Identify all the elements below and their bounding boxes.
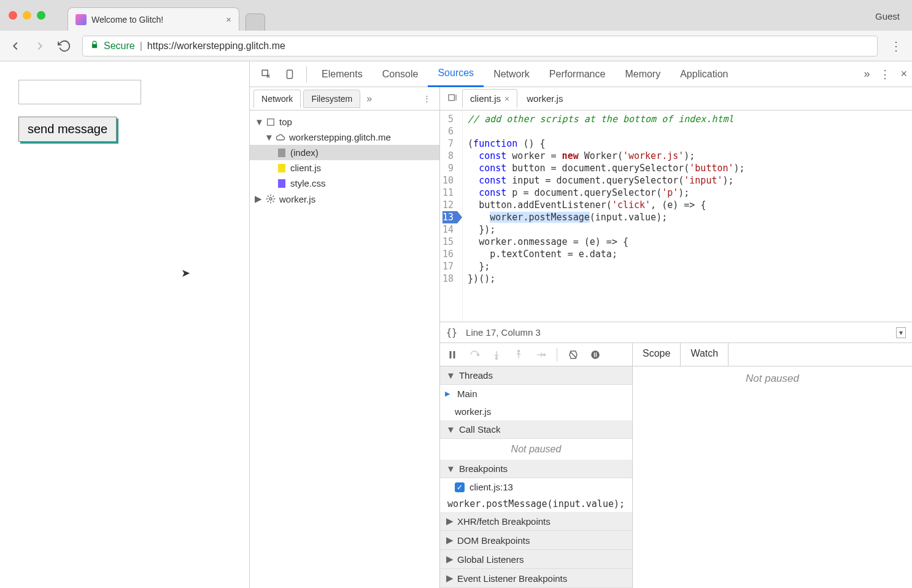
tree-file-stylecss[interactable]: style.css	[250, 176, 439, 191]
pause-button[interactable]	[446, 349, 458, 361]
browser-menu-icon[interactable]: ⋮	[889, 39, 903, 53]
url-separator: |	[140, 41, 142, 52]
svg-rect-5	[450, 351, 452, 358]
tree-label: style.css	[290, 178, 326, 188]
tab-memory[interactable]: Memory	[615, 61, 670, 87]
step-out-button[interactable]	[512, 349, 525, 361]
file-nav-icon[interactable]	[444, 93, 461, 104]
file-tree: ▼ top ▼ workerstepping.glitch.me (index)	[250, 110, 439, 588]
open-files-bar: client.js × worker.js	[440, 87, 912, 110]
editor-status-bar: {} Line 17, Column 3 ▾	[440, 322, 912, 342]
tab-console[interactable]: Console	[373, 61, 428, 87]
step-button[interactable]	[535, 349, 547, 361]
forward-button[interactable]	[33, 39, 47, 53]
tab-performance[interactable]: Performance	[539, 61, 616, 87]
svg-rect-13	[596, 352, 597, 357]
browser-tab[interactable]: Welcome to Glitch! ×	[68, 7, 239, 31]
tab-sources[interactable]: Sources	[428, 61, 484, 87]
tree-file-clientjs[interactable]: client.js	[250, 160, 439, 176]
tree-top[interactable]: ▼ top	[250, 114, 439, 130]
scope-not-paused: Not paused	[633, 366, 912, 588]
checkbox-icon[interactable]: ✓	[455, 482, 465, 492]
dom-breakpoints-section[interactable]: ▶DOM Breakpoints	[440, 531, 632, 550]
subtab-menu-icon[interactable]: ⋮	[418, 94, 436, 103]
section-label: Global Listeners	[457, 554, 524, 565]
message-input[interactable]	[18, 80, 141, 104]
threads-section[interactable]: ▼Threads	[440, 366, 632, 385]
file-tab-clientjs[interactable]: client.js ×	[462, 89, 517, 108]
devtools-tabbar: Elements Console Sources Network Perform…	[250, 61, 912, 87]
inspect-element-icon[interactable]	[257, 65, 276, 83]
scope-tab[interactable]: Scope	[633, 343, 681, 366]
svg-point-3	[269, 198, 272, 200]
devtools-menu-icon[interactable]: ⋮	[879, 68, 891, 81]
tree-label: top	[279, 117, 292, 127]
close-devtools-icon[interactable]: ×	[900, 68, 907, 80]
callstack-section[interactable]: ▼Call Stack	[440, 420, 632, 439]
reload-button[interactable]	[58, 39, 71, 53]
svg-point-9	[518, 350, 520, 352]
breakpoint-label: client.js:13	[470, 482, 513, 492]
tree-label: worker.js	[279, 194, 315, 204]
cloud-icon	[276, 133, 285, 142]
document-icon	[277, 148, 287, 158]
subtab-filesystem[interactable]: Filesystem	[303, 90, 360, 108]
tab-title: Welcome to Glitch!	[91, 15, 221, 25]
new-tab-button[interactable]	[245, 14, 265, 31]
minimize-window-button[interactable]	[23, 11, 31, 20]
thread-worker[interactable]: worker.js	[440, 403, 632, 420]
nav-bar: Secure | https://workerstepping.glitch.m…	[0, 31, 912, 61]
favicon	[75, 14, 87, 25]
tree-label: (index)	[290, 147, 319, 158]
cursor-icon: ➤	[181, 266, 190, 280]
pause-on-exceptions-button[interactable]	[589, 349, 601, 361]
global-listeners-section[interactable]: ▶Global Listeners	[440, 550, 632, 569]
address-bar[interactable]: Secure | https://workerstepping.glitch.m…	[82, 36, 878, 56]
devtools: Elements Console Sources Network Perform…	[250, 61, 912, 588]
tab-elements[interactable]: Elements	[312, 61, 373, 87]
more-tabs-icon[interactable]: »	[864, 68, 870, 80]
step-into-button[interactable]	[490, 349, 503, 361]
deactivate-breakpoints-button[interactable]	[567, 349, 579, 361]
tab-network[interactable]: Network	[484, 61, 539, 87]
device-toggle-icon[interactable]	[280, 65, 299, 83]
breakpoint-item[interactable]: ✓ client.js:13	[440, 478, 632, 496]
section-label: XHR/fetch Breakpoints	[457, 516, 551, 527]
browser-chrome: Welcome to Glitch! × Guest Secure | http…	[0, 0, 912, 61]
svg-rect-4	[449, 95, 454, 100]
format-icon[interactable]: {}	[446, 327, 457, 338]
tree-worker[interactable]: ▶ worker.js	[250, 191, 439, 207]
svg-point-11	[591, 350, 600, 359]
close-tab-icon[interactable]: ×	[226, 14, 231, 25]
breakpoints-section[interactable]: ▼Breakpoints	[440, 460, 632, 478]
profile-label[interactable]: Guest	[875, 11, 900, 21]
send-message-button[interactable]: send message	[18, 117, 117, 142]
tree-label: client.js	[290, 163, 321, 173]
svg-rect-2	[268, 118, 274, 125]
maximize-window-button[interactable]	[37, 11, 45, 20]
code-editor[interactable]: 56789101112131415161718 // add other scr…	[440, 110, 912, 322]
subtab-network[interactable]: Network	[253, 90, 301, 108]
css-file-icon	[277, 179, 287, 188]
section-label: Event Listener Breakpoints	[457, 573, 567, 584]
file-tab-workerjs[interactable]: worker.js	[519, 89, 571, 108]
svg-rect-12	[594, 352, 595, 357]
tree-file-index[interactable]: (index)	[250, 145, 439, 160]
close-file-icon[interactable]: ×	[504, 94, 509, 104]
watch-tab[interactable]: Watch	[681, 343, 728, 366]
svg-rect-6	[454, 351, 455, 358]
debugger-panel: ▼Threads Main worker.js ▼Call Stack Not …	[440, 342, 912, 588]
more-subtabs-icon[interactable]: »	[363, 93, 376, 104]
close-window-button[interactable]	[9, 11, 17, 20]
coverage-icon[interactable]: ▾	[896, 327, 906, 338]
event-listener-section[interactable]: ▶Event Listener Breakpoints	[440, 569, 632, 588]
section-label: Call Stack	[459, 424, 501, 435]
svg-point-8	[496, 357, 498, 359]
step-over-button[interactable]	[468, 349, 481, 361]
back-button[interactable]	[9, 39, 22, 53]
xhr-breakpoints-section[interactable]: ▶XHR/fetch Breakpoints	[440, 512, 632, 531]
tree-domain[interactable]: ▼ workerstepping.glitch.me	[250, 130, 439, 145]
section-label: Breakpoints	[459, 463, 508, 474]
tab-application[interactable]: Application	[670, 61, 738, 87]
thread-main[interactable]: Main	[440, 385, 632, 403]
